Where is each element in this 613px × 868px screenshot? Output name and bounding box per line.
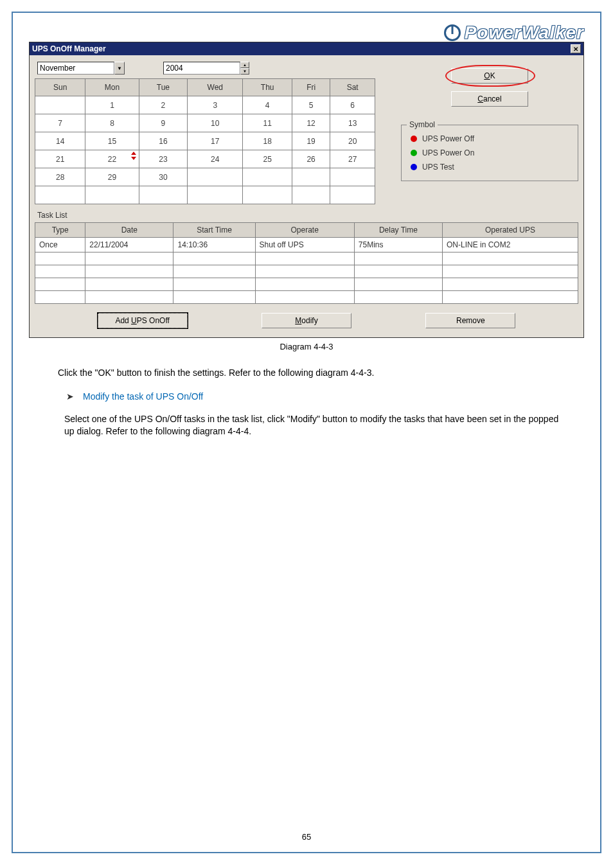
calendar-cell — [139, 186, 187, 204]
task-cell — [173, 265, 255, 278]
task-table: TypeDateStart TimeOperateDelay TimeOpera… — [35, 222, 578, 304]
calendar-day-header: Fri — [292, 79, 330, 96]
month-input[interactable] — [37, 62, 114, 75]
calendar-cell[interactable]: 19 — [292, 132, 330, 150]
calendar-cell[interactable]: 8 — [85, 114, 139, 132]
calendar-cell — [35, 96, 85, 114]
calendar-cell[interactable]: 30 — [139, 168, 187, 186]
ok-button[interactable]: OOKK — [451, 68, 528, 84]
year-spinner[interactable]: ▲▼ — [163, 62, 249, 75]
ups-onoff-dialog: UPS OnOff Manager ✕ ▼ ▲▼ — [29, 42, 584, 338]
dialog-titlebar: UPS OnOff Manager ✕ — [30, 42, 583, 55]
calendar-cell[interactable]: 18 — [243, 132, 292, 150]
task-cell — [255, 291, 354, 304]
calendar-day-header: Sun — [35, 79, 85, 96]
calendar-cell[interactable]: 15 — [85, 132, 139, 150]
calendar-cell[interactable]: 3 — [188, 96, 243, 114]
task-cell: 75Mins — [354, 238, 442, 252]
calendar-cell[interactable]: 1 — [85, 96, 139, 114]
calendar-cell[interactable]: 6 — [330, 96, 375, 114]
paragraph-2: Select one of the UPS On/Off tasks in th… — [29, 404, 584, 447]
page-number: 65 — [13, 832, 600, 842]
calendar-cell[interactable]: 7 — [35, 114, 85, 132]
task-cell — [255, 265, 354, 278]
table-row[interactable] — [35, 265, 578, 278]
calendar-cell[interactable]: 23 — [139, 150, 187, 168]
calendar-day-header: Mon — [85, 79, 139, 96]
task-cell — [85, 252, 173, 265]
calendar-cell[interactable]: 22 — [85, 150, 139, 168]
task-column-header: Delay Time — [354, 223, 442, 238]
calendar-cell[interactable]: 12 — [292, 114, 330, 132]
close-icon[interactable]: ✕ — [571, 44, 581, 53]
task-cell — [354, 252, 442, 265]
task-cell — [442, 278, 578, 291]
year-input[interactable] — [163, 62, 240, 75]
table-row[interactable] — [35, 278, 578, 291]
task-cell — [442, 252, 578, 265]
calendar-cell — [330, 186, 375, 204]
task-cell — [442, 265, 578, 278]
status-dot-icon — [411, 164, 417, 170]
calendar-cell[interactable]: 13 — [330, 114, 375, 132]
task-column-header: Operated UPS — [442, 223, 578, 238]
calendar-cell[interactable]: 14 — [35, 132, 85, 150]
task-cell: 14:10:36 — [173, 238, 255, 252]
status-dot-icon — [411, 150, 417, 156]
task-cell — [35, 252, 85, 265]
calendar-cell[interactable]: 26 — [292, 150, 330, 168]
table-row[interactable] — [35, 252, 578, 265]
calendar-day-header: Wed — [188, 79, 243, 96]
calendar-cell[interactable]: 29 — [85, 168, 139, 186]
calendar-cell[interactable]: 27 — [330, 150, 375, 168]
calendar-cell[interactable]: 17 — [188, 132, 243, 150]
chevron-down-icon[interactable]: ▼ — [114, 62, 125, 75]
calendar-cell — [292, 168, 330, 186]
task-cell — [35, 291, 85, 304]
calendar-cell[interactable]: 16 — [139, 132, 187, 150]
arrow-icon: ➤ — [66, 391, 83, 402]
calendar-cell — [85, 186, 139, 204]
calendar-cell[interactable]: 2 — [139, 96, 187, 114]
task-cell — [255, 252, 354, 265]
task-cell — [354, 278, 442, 291]
cancel-button[interactable]: Cancel — [451, 91, 528, 107]
task-cell — [85, 278, 173, 291]
calendar-cell[interactable]: 28 — [35, 168, 85, 186]
calendar-day-header: Thu — [243, 79, 292, 96]
symbol-label: UPS Power On — [422, 148, 474, 157]
calendar-cell[interactable]: 9 — [139, 114, 187, 132]
task-column-header: Start Time — [173, 223, 255, 238]
modify-button[interactable]: Modify — [262, 313, 351, 328]
task-cell: Shut off UPS — [255, 238, 354, 252]
calendar-day-header: Tue — [139, 79, 187, 96]
task-cell — [85, 291, 173, 304]
symbol-row: UPS Power On — [411, 146, 569, 160]
tasklist-label: Task List — [35, 204, 578, 222]
table-row[interactable]: Once22/11/200414:10:36Shut off UPS75Mins… — [35, 238, 578, 252]
calendar-cell[interactable]: 21 — [35, 150, 85, 168]
add-ups-onoff-button[interactable]: Add UPS OnOff — [98, 313, 188, 328]
spinner-up-icon[interactable]: ▲ — [240, 62, 249, 68]
remove-button[interactable]: Remove — [425, 313, 515, 328]
symbol-legend: Symbol UPS Power OffUPS Power OnUPS Test — [401, 125, 578, 181]
calendar-cell — [243, 186, 292, 204]
symbol-row: UPS Test — [411, 160, 569, 174]
calendar-cell[interactable]: 20 — [330, 132, 375, 150]
calendar-cell[interactable]: 4 — [243, 96, 292, 114]
section-heading: ➤Modify the task of UPS On/Off — [29, 389, 584, 404]
status-dot-icon — [411, 136, 417, 142]
calendar-cell[interactable]: 11 — [243, 114, 292, 132]
calendar-grid: SunMonTueWedThuFriSat 123456789101112131… — [35, 78, 375, 204]
task-cell: 22/11/2004 — [85, 238, 173, 252]
calendar-cell[interactable]: 25 — [243, 150, 292, 168]
calendar-cell[interactable]: 5 — [292, 96, 330, 114]
spinner-down-icon[interactable]: ▼ — [240, 68, 249, 75]
calendar-cell — [188, 168, 243, 186]
diagram-caption: Diagram 4-4-3 — [29, 338, 584, 363]
task-cell — [173, 252, 255, 265]
month-select[interactable]: ▼ — [37, 62, 125, 75]
table-row[interactable] — [35, 291, 578, 304]
calendar-cell[interactable]: 10 — [188, 114, 243, 132]
calendar-cell[interactable]: 24 — [188, 150, 243, 168]
